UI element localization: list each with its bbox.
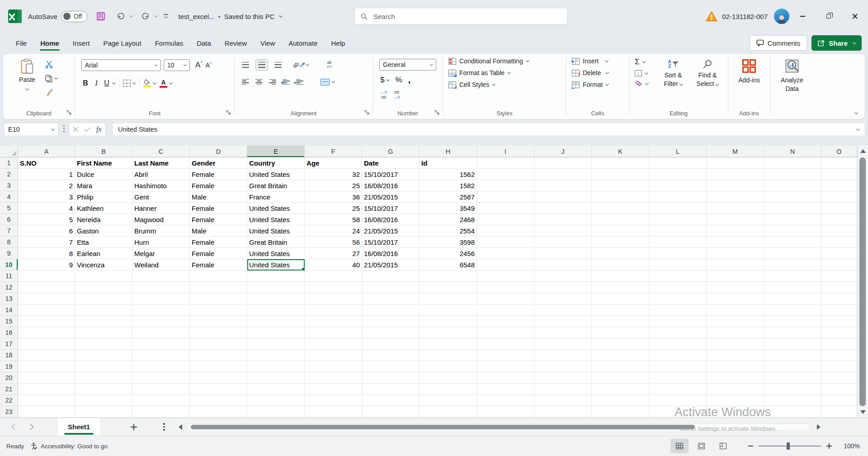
- cell-C6[interactable]: Magwood: [132, 214, 190, 225]
- row-header-7[interactable]: 7: [0, 225, 18, 237]
- cell-H2[interactable]: 1562: [420, 169, 477, 180]
- cell-F17[interactable]: [305, 338, 362, 350]
- clipboard-dialog-launcher[interactable]: [66, 109, 71, 117]
- bold-button[interactable]: B: [81, 79, 90, 87]
- cell-O5[interactable]: [821, 203, 857, 214]
- sheet-options-icon[interactable]: [163, 423, 165, 431]
- cell-M1[interactable]: [707, 157, 764, 169]
- column-header-G[interactable]: G: [362, 146, 420, 157]
- cell-O9[interactable]: [821, 248, 857, 259]
- cell-N5[interactable]: [764, 203, 821, 214]
- cell-K5[interactable]: [592, 203, 649, 214]
- cell-I17[interactable]: [477, 338, 534, 350]
- alignment-dialog-launcher[interactable]: [364, 109, 369, 117]
- formula-input[interactable]: United States: [112, 123, 865, 136]
- row-header-15[interactable]: 15: [0, 316, 18, 327]
- cell-F19[interactable]: [305, 361, 362, 372]
- column-header-H[interactable]: H: [420, 146, 477, 157]
- cell-J2[interactable]: [534, 169, 592, 180]
- cell-G10[interactable]: 21/05/2015: [362, 259, 420, 271]
- cell-M20[interactable]: [707, 372, 764, 384]
- cell-E17[interactable]: [247, 338, 305, 350]
- cell-N7[interactable]: [764, 225, 821, 237]
- cell-E6[interactable]: United States: [247, 214, 305, 225]
- cell-I3[interactable]: [477, 180, 534, 191]
- cell-L13[interactable]: [649, 293, 707, 304]
- cell-E18[interactable]: [247, 350, 305, 361]
- cell-N21[interactable]: [764, 384, 821, 395]
- cell-M13[interactable]: [707, 293, 764, 304]
- cell-B22[interactable]: [75, 395, 132, 406]
- align-right-button[interactable]: [269, 79, 276, 85]
- cell-C10[interactable]: Weiland: [132, 259, 190, 271]
- cell-I5[interactable]: [477, 203, 534, 214]
- cell-C8[interactable]: Hurn: [132, 237, 190, 248]
- cell-O3[interactable]: [821, 180, 857, 191]
- cell-K21[interactable]: [592, 384, 649, 395]
- cell-I18[interactable]: [477, 350, 534, 361]
- cell-A18[interactable]: [18, 350, 75, 361]
- cell-H3[interactable]: 1582: [420, 180, 477, 191]
- document-title[interactable]: test_excel... • Saved to this PC: [178, 13, 282, 20]
- cell-N17[interactable]: [764, 338, 821, 350]
- cell-I12[interactable]: [477, 282, 534, 293]
- cell-M8[interactable]: [707, 237, 764, 248]
- cell-D3[interactable]: Female: [190, 180, 247, 191]
- cell-F15[interactable]: [305, 316, 362, 327]
- cell-E16[interactable]: [247, 327, 305, 338]
- cell-D9[interactable]: Female: [190, 248, 247, 259]
- accounting-format-button[interactable]: $: [380, 76, 389, 85]
- cell-O4[interactable]: [821, 191, 857, 203]
- cell-A22[interactable]: [18, 395, 75, 406]
- cell-M22[interactable]: [707, 395, 764, 406]
- cell-B5[interactable]: Kathleen: [75, 203, 132, 214]
- cell-G5[interactable]: 15/10/2017: [362, 203, 420, 214]
- cell-B23[interactable]: [75, 406, 132, 418]
- cell-J22[interactable]: [534, 395, 592, 406]
- cell-D1[interactable]: Gender: [190, 157, 247, 169]
- cell-D22[interactable]: [190, 395, 247, 406]
- cell-E4[interactable]: France: [247, 191, 305, 203]
- cell-A8[interactable]: 7: [18, 237, 75, 248]
- cell-D8[interactable]: Female: [190, 237, 247, 248]
- cell-F8[interactable]: 56: [305, 237, 362, 248]
- cell-M16[interactable]: [707, 327, 764, 338]
- comma-style-button[interactable]: ,: [408, 75, 411, 85]
- cell-H12[interactable]: [420, 282, 477, 293]
- cell-A19[interactable]: [18, 361, 75, 372]
- save-button[interactable]: [94, 10, 108, 23]
- align-left-button[interactable]: [242, 79, 249, 85]
- cell-L12[interactable]: [649, 282, 707, 293]
- cell-H4[interactable]: 2587: [420, 191, 477, 203]
- number-format-select[interactable]: General: [379, 59, 436, 71]
- cell-D14[interactable]: [190, 304, 247, 316]
- row-header-8[interactable]: 8: [0, 237, 18, 248]
- cell-C22[interactable]: [132, 395, 190, 406]
- cell-A1[interactable]: S.NO: [18, 157, 75, 169]
- cell-H1[interactable]: Id: [420, 157, 477, 169]
- cell-E12[interactable]: [247, 282, 305, 293]
- row-header-22[interactable]: 22: [0, 395, 18, 406]
- increase-decimal-button[interactable]: ←0.00: [380, 90, 387, 100]
- cell-E8[interactable]: Great Britain: [247, 237, 305, 248]
- cell-H11[interactable]: [420, 271, 477, 282]
- cell-C11[interactable]: [132, 271, 190, 282]
- cell-N3[interactable]: [764, 180, 821, 191]
- row-header-12[interactable]: 12: [0, 282, 18, 293]
- cell-I8[interactable]: [477, 237, 534, 248]
- row-header-5[interactable]: 5: [0, 203, 18, 214]
- cell-C9[interactable]: Melgar: [132, 248, 190, 259]
- cell-C2[interactable]: Abril: [132, 169, 190, 180]
- cell-M7[interactable]: [707, 225, 764, 237]
- tab-home[interactable]: Home: [34, 35, 65, 51]
- scroll-up-icon[interactable]: [860, 149, 866, 153]
- page-layout-view-button[interactable]: [692, 439, 710, 453]
- font-dialog-launcher[interactable]: [226, 109, 231, 117]
- cell-K20[interactable]: [592, 372, 649, 384]
- cell-C18[interactable]: [132, 350, 190, 361]
- cell-J4[interactable]: [534, 191, 592, 203]
- align-top-button[interactable]: [242, 62, 249, 68]
- row-header-16[interactable]: 16: [0, 327, 18, 338]
- percent-style-button[interactable]: %: [395, 76, 402, 85]
- cell-H9[interactable]: 2456: [420, 248, 477, 259]
